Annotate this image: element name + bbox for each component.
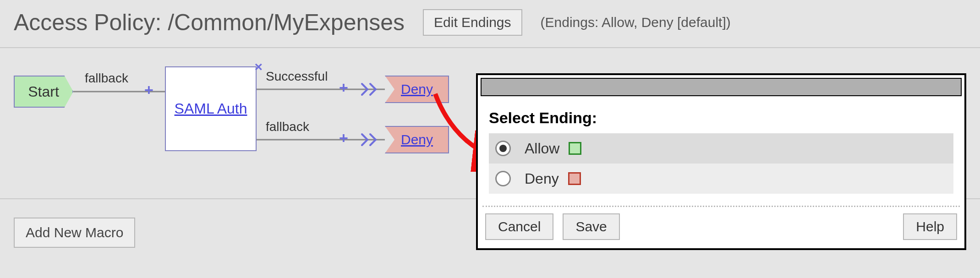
add-new-macro-button[interactable]: Add New Macro	[14, 218, 135, 248]
header-bar: Access Policy: /Common/MyExpenses Edit E…	[0, 0, 980, 48]
save-button[interactable]: Save	[563, 213, 619, 240]
delete-node-icon[interactable]: ×	[254, 59, 263, 75]
endings-note-text: (Endings: Allow, Deny [default])	[541, 15, 731, 30]
cancel-button[interactable]: Cancel	[485, 213, 553, 240]
ending-node-deny[interactable]: Deny	[385, 126, 449, 153]
start-node-label: Start	[28, 83, 59, 100]
dialog-heading: Select Ending:	[489, 109, 953, 127]
allow-color-swatch-icon	[569, 142, 581, 155]
ending-option-allow[interactable]: Allow	[489, 133, 953, 164]
ending-option-label: Allow	[525, 140, 559, 157]
select-ending-dialog: Select Ending: Allow Deny Cancel Save He…	[476, 73, 966, 250]
dialog-titlebar[interactable]	[481, 78, 962, 96]
edit-endings-button[interactable]: Edit Endings	[423, 9, 522, 36]
edge-label-start-fallback: fallback	[85, 71, 128, 86]
edge-label-fallback: fallback	[266, 120, 309, 134]
start-node[interactable]: Start	[14, 76, 73, 108]
add-node-icon[interactable]: +	[144, 82, 153, 98]
ending-link-deny[interactable]: Deny	[401, 82, 433, 97]
ending-link-deny[interactable]: Deny	[401, 132, 433, 147]
saml-auth-node[interactable]: × SAML Auth	[165, 66, 257, 151]
dialog-body: Select Ending: Allow Deny	[478, 99, 964, 198]
spacer	[629, 213, 894, 240]
ending-option-deny[interactable]: Deny	[489, 164, 953, 194]
ending-node-deny[interactable]: Deny	[385, 76, 449, 103]
add-node-icon[interactable]: +	[339, 80, 348, 95]
saml-auth-link[interactable]: SAML Auth	[175, 100, 247, 117]
add-node-icon[interactable]: +	[339, 130, 348, 146]
page-title: Access Policy: /Common/MyExpenses	[14, 9, 405, 36]
edge-label-successful: Successful	[266, 69, 328, 84]
help-button[interactable]: Help	[903, 213, 957, 240]
ending-option-label: Deny	[525, 170, 559, 187]
radio-allow[interactable]	[495, 141, 511, 156]
deny-color-swatch-icon	[568, 172, 581, 185]
dialog-button-row: Cancel Save Help	[478, 207, 964, 248]
radio-deny[interactable]	[495, 171, 511, 186]
